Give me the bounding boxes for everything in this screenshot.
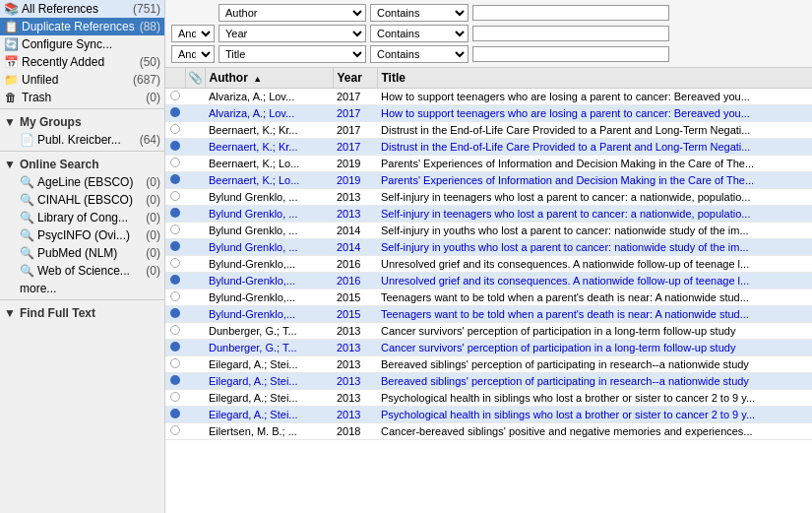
- references-table: 📎 Author ▲ Year Title Alvariza, A.; Lov.…: [165, 68, 812, 440]
- filter-field-select-3[interactable]: TitleAuthorYear: [219, 45, 366, 63]
- table-row[interactable]: Bylund Grenklo, ... 2013 Self-injury in …: [165, 189, 812, 206]
- row-title-cell: Teenagers want to be told when a parent'…: [377, 306, 812, 323]
- read-status-dot: [170, 275, 180, 285]
- sidebar-item-label: PsycINFO (Ovi...): [37, 228, 142, 242]
- row-attach-cell: [185, 139, 205, 156]
- filter-field-select-2[interactable]: YearAuthorTitle: [219, 25, 366, 42]
- table-row[interactable]: Bylund-Grenklo,... 2015 Teenagers want t…: [165, 306, 812, 323]
- search-icon-5: 🔍: [20, 246, 33, 260]
- search-icon-3: 🔍: [20, 211, 33, 224]
- row-year-cell: 2015: [333, 306, 377, 323]
- row-author-cell: Bylund Grenklo, ...: [205, 223, 333, 239]
- filter-op-2: ContainsIs: [370, 25, 472, 42]
- row-author-cell: Bylund Grenklo, ...: [205, 239, 333, 256]
- table-row[interactable]: Eilegard, A.; Stei... 2013 Bereaved sibl…: [165, 373, 812, 390]
- table-row[interactable]: Eilertsen, M. B.; ... 2018 Cancer-bereav…: [165, 423, 812, 440]
- table-row[interactable]: Bylund Grenklo, ... 2013 Self-injury in …: [165, 206, 812, 223]
- read-status-dot: [170, 191, 180, 201]
- filter-field-select-1[interactable]: AuthorYearTitle: [219, 4, 366, 22]
- table-row[interactable]: Bylund-Grenklo,... 2016 Unresolved grief…: [165, 273, 812, 289]
- trash-icon: 🗑: [4, 91, 18, 104]
- filter-input-3[interactable]: [472, 46, 669, 62]
- filter-input-1[interactable]: [472, 5, 669, 21]
- sidebar-item-label: Publ. Kreicber...: [37, 133, 136, 147]
- row-attach-cell: [185, 356, 205, 373]
- table-row[interactable]: Bylund-Grenklo,... 2015 Teenagers want t…: [165, 289, 812, 306]
- sidebar-item-psycinfo[interactable]: 🔍 PsycINFO (Ovi...) (0): [0, 226, 164, 244]
- table-row[interactable]: Beernaert, K.; Lo... 2019 Parents' Exper…: [165, 156, 812, 172]
- row-author-cell: Dunberger, G.; T...: [205, 323, 333, 340]
- filter-op-select-1[interactable]: ContainsIsBegins with: [370, 4, 468, 22]
- sidebar-item-all-references[interactable]: 📚 All References (751): [0, 0, 164, 18]
- table-row[interactable]: Eilegard, A.; Stei... 2013 Psychological…: [165, 390, 812, 407]
- main-content: AuthorYearTitle ContainsIsBegins with An…: [165, 0, 812, 513]
- table-row[interactable]: Dunberger, G.; T... 2013 Cancer survivor…: [165, 340, 812, 356]
- filter-connector-select-2[interactable]: AndOr: [171, 25, 215, 42]
- sidebar-item-ageline[interactable]: 🔍 AgeLine (EBSCO) (0): [0, 173, 164, 191]
- row-title-cell: Bereaved siblings' perception of partici…: [377, 373, 812, 390]
- filter-op-3: ContainsIs: [370, 45, 472, 63]
- sidebar-item-count: (0): [146, 228, 160, 242]
- sidebar-item-more[interactable]: more...: [0, 280, 164, 297]
- col-header-title[interactable]: Title: [377, 68, 812, 89]
- filter-op-select-2[interactable]: ContainsIs: [370, 25, 468, 42]
- sidebar-item-duplicate-references[interactable]: 📋 Duplicate References (88): [0, 18, 164, 35]
- col-header-year[interactable]: Year: [333, 68, 377, 89]
- sort-arrow-icon: ▲: [253, 74, 262, 84]
- sidebar-item-trash[interactable]: 🗑 Trash (0): [0, 89, 164, 106]
- sidebar-item-cinahl[interactable]: 🔍 CINAHL (EBSCO) (0): [0, 191, 164, 209]
- table-row[interactable]: Beernaert, K.; Lo... 2019 Parents' Exper…: [165, 172, 812, 189]
- row-year-cell: 2019: [333, 172, 377, 189]
- table-row[interactable]: Eilegard, A.; Stei... 2013 Psychological…: [165, 407, 812, 423]
- row-author-cell: Bylund Grenklo, ...: [205, 189, 333, 206]
- filter-input-2[interactable]: [472, 26, 669, 41]
- row-author-cell: Bylund-Grenklo,...: [205, 289, 333, 306]
- row-author-cell: Eilegard, A.; Stei...: [205, 356, 333, 373]
- sidebar-item-unfiled[interactable]: 📁 Unfiled (687): [0, 71, 164, 89]
- col-header-author[interactable]: Author ▲: [205, 68, 333, 89]
- table-row[interactable]: Bylund-Grenklo,... 2016 Unresolved grief…: [165, 256, 812, 273]
- row-year-cell: 2017: [333, 122, 377, 139]
- sidebar-item-pubmed[interactable]: 🔍 PubMed (NLM) (0): [0, 244, 164, 262]
- col-header-dot[interactable]: [165, 68, 185, 89]
- row-attach-cell: [185, 323, 205, 340]
- row-author-cell: Bylund-Grenklo,...: [205, 273, 333, 289]
- row-year-cell: 2016: [333, 273, 377, 289]
- table-row[interactable]: Alvariza, A.; Lov... 2017 How to support…: [165, 89, 812, 105]
- row-year-cell: 2019: [333, 156, 377, 172]
- row-author-cell: Beernaert, K.; Kr...: [205, 139, 333, 156]
- read-status-dot: [170, 342, 180, 352]
- sidebar-item-label: Configure Sync...: [22, 37, 160, 51]
- sidebar-item-label: Recently Added: [22, 55, 136, 69]
- sidebar-item-configure-sync[interactable]: 🔄 Configure Sync...: [0, 35, 164, 53]
- sidebar-item-library-of-congress[interactable]: 🔍 Library of Cong... (0): [0, 209, 164, 226]
- table-row[interactable]: Beernaert, K.; Kr... 2017 Distrust in th…: [165, 122, 812, 139]
- row-attach-cell: [185, 239, 205, 256]
- table-row[interactable]: Bylund Grenklo, ... 2014 Self-injury in …: [165, 223, 812, 239]
- sidebar-item-publ-kreicber[interactable]: 📄 Publ. Kreicber... (64): [0, 131, 164, 149]
- row-title-cell: Psychological health in siblings who los…: [377, 407, 812, 423]
- sidebar-item-label: PubMed (NLM): [37, 246, 142, 260]
- row-title-cell: Unresolved grief and its consequences. A…: [377, 256, 812, 273]
- filter-value-1: [472, 5, 669, 21]
- read-status-dot: [170, 291, 180, 301]
- filter-connector-select-3[interactable]: AndOr: [171, 45, 215, 63]
- filter-row-1: AuthorYearTitle ContainsIsBegins with: [171, 4, 806, 22]
- table-row[interactable]: Dunberger, G.; T... 2013 Cancer survivor…: [165, 323, 812, 340]
- table-row[interactable]: Alvariza, A.; Lov... 2017 How to support…: [165, 105, 812, 122]
- filter-op-select-3[interactable]: ContainsIs: [370, 45, 468, 63]
- row-author-cell: Eilertsen, M. B.; ...: [205, 423, 333, 440]
- table-row[interactable]: Bylund Grenklo, ... 2014 Self-injury in …: [165, 239, 812, 256]
- row-title-cell: Cancer survivors' perception of particip…: [377, 323, 812, 340]
- sidebar-item-web-of-science[interactable]: 🔍 Web of Science... (0): [0, 262, 164, 280]
- read-status-dot: [170, 141, 180, 151]
- col-header-attach[interactable]: 📎: [185, 68, 205, 89]
- table-row[interactable]: Eilegard, A.; Stei... 2013 Bereaved sibl…: [165, 356, 812, 373]
- read-status-dot: [170, 107, 180, 117]
- sidebar-item-recently-added[interactable]: 📅 Recently Added (50): [0, 53, 164, 71]
- sidebar-item-label: Unfiled: [22, 73, 129, 87]
- row-year-cell: 2017: [333, 105, 377, 122]
- table-row[interactable]: Beernaert, K.; Kr... 2017 Distrust in th…: [165, 139, 812, 156]
- filter-value-2: [472, 26, 669, 41]
- read-status-dot: [170, 258, 180, 268]
